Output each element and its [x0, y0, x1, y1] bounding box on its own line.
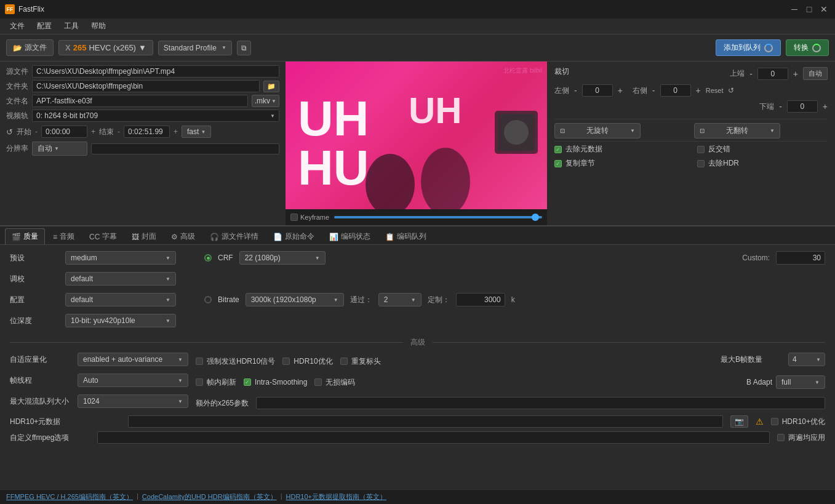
intra-smoothing-checkbox[interactable]: ✓: [244, 378, 251, 386]
max-b-frames-dropdown[interactable]: 4: [788, 353, 825, 366]
bitrate-dropdown[interactable]: 3000k (1920x1080p: [246, 293, 344, 306]
reset-button[interactable]: Reset: [706, 87, 724, 94]
b-adapt-dropdown[interactable]: full: [776, 375, 825, 389]
frame-threads-label: 帧线程: [10, 375, 71, 386]
spin-icon: [764, 44, 773, 52]
browse-folder-button[interactable]: 📁: [263, 81, 279, 92]
rotate-icon-small: ⊡: [560, 127, 565, 134]
copy-chapters-checkbox[interactable]: ✓: [554, 160, 562, 167]
app-icon: FF: [5, 4, 15, 14]
tab-cover-icon: 🖼: [132, 233, 139, 241]
bitrate-radio[interactable]: [204, 296, 212, 303]
hdr10-plus-opt-checkbox[interactable]: [771, 418, 778, 425]
frame-threads-dropdown[interactable]: Auto: [78, 374, 188, 387]
max-mux-row: 最大混流队列大小 1024: [10, 394, 188, 408]
profile-dropdown[interactable]: default: [65, 293, 176, 306]
track-dropdown[interactable]: 0: h264 8-bit bt709: [32, 110, 279, 122]
aq-dropdown[interactable]: enabled + auto-variance: [78, 353, 188, 366]
two-pass-checkbox[interactable]: [777, 434, 785, 441]
source-path-input[interactable]: C:\Users\XU\Desktop\ffmpeg\bin\APT.mp4: [32, 65, 279, 78]
lossless-checkbox[interactable]: [314, 378, 322, 386]
tab-raw-cmd[interactable]: 📄 原始命令: [266, 228, 321, 244]
custom-input[interactable]: 30: [776, 251, 825, 265]
left-plus[interactable]: +: [618, 86, 623, 95]
bit-depth-dropdown[interactable]: 10-bit: yuv420p10le: [65, 314, 176, 327]
hdr10-meta-input[interactable]: [128, 415, 723, 428]
tab-subtitle[interactable]: CC 字幕: [82, 228, 124, 244]
tab-encode-queue[interactable]: 📋 编码队列: [378, 228, 433, 244]
bottom-minus[interactable]: -: [779, 102, 782, 111]
tab-subtitle-label: 字幕: [102, 231, 117, 242]
tab-advanced-icon: ⚙: [171, 233, 178, 241]
keyframe-thumb[interactable]: [532, 214, 539, 221]
crf-dropdown[interactable]: 22 (1080p): [239, 251, 326, 265]
svg-text:HU: HU: [298, 140, 369, 195]
link-uhd[interactable]: CodeCalamity的UHD HDR编码指南（英文）: [142, 492, 277, 502]
extra-x265-input[interactable]: [256, 397, 825, 409]
left-input[interactable]: 0: [582, 84, 613, 97]
menu-file[interactable]: 文件: [5, 20, 30, 33]
remove-meta-checkbox[interactable]: ✓: [554, 146, 562, 153]
codec-dropdown[interactable]: X265 HEVC (x265) ▼: [58, 40, 153, 55]
convert-button[interactable]: 转换: [786, 39, 829, 56]
crf-radio[interactable]: [204, 254, 212, 262]
end-time-input[interactable]: 0:02:51.99: [124, 126, 170, 138]
menu-config[interactable]: 配置: [32, 20, 57, 33]
right-plus[interactable]: +: [696, 86, 701, 95]
close-button[interactable]: ✕: [818, 3, 830, 15]
resolution-dropdown[interactable]: 自动: [32, 142, 87, 156]
preset-dropdown[interactable]: medium: [65, 251, 176, 265]
max-mux-dropdown[interactable]: 1024: [78, 394, 188, 408]
link-ffmpeg[interactable]: FFMPEG HEVC / H.265编码指南（英文）: [6, 492, 133, 502]
custom2-input[interactable]: 3000: [456, 293, 505, 306]
ffmpeg-options-input[interactable]: [97, 431, 770, 444]
tab-encode-status[interactable]: 📊 编码状态: [322, 228, 377, 244]
maximize-button[interactable]: □: [803, 3, 815, 15]
hdr10-browse-button[interactable]: 📷: [730, 415, 748, 428]
top-input[interactable]: 0: [757, 68, 788, 80]
force-hdr10-checkbox[interactable]: [196, 358, 203, 365]
left-minus[interactable]: -: [574, 86, 577, 95]
rotate-dropdown[interactable]: ⊡ 无旋转: [554, 123, 641, 138]
keyframe-slider[interactable]: [334, 216, 542, 218]
tab-source-detail[interactable]: 🎧 源文件详情: [203, 228, 265, 244]
hdr10-opt-checkbox[interactable]: [282, 358, 290, 365]
repeat-header-checkbox[interactable]: [340, 358, 348, 365]
link-hdr10[interactable]: HDR10+元数据提取指南（英文）: [286, 492, 387, 502]
ext-dropdown[interactable]: .mkv: [252, 95, 279, 107]
bottom-input[interactable]: 0: [787, 100, 818, 113]
auto-button[interactable]: 自动: [803, 67, 828, 80]
add-queue-button[interactable]: 添加到队列: [716, 39, 781, 56]
start-time-input[interactable]: 0:00:00: [41, 126, 87, 138]
frame-refresh-checkbox[interactable]: [196, 378, 203, 386]
top-minus[interactable]: -: [749, 69, 753, 79]
svg-text:UH: UH: [298, 91, 369, 146]
folder-path-input[interactable]: C:\Users\XU\Desktop\ffmpeg\bin: [32, 80, 260, 92]
right-minus[interactable]: -: [652, 86, 655, 95]
aq-label: 自适应量化: [10, 354, 71, 365]
tune-dropdown[interactable]: default: [65, 272, 176, 286]
menu-help[interactable]: 帮助: [86, 20, 111, 33]
tab-quality[interactable]: 🎬 质量: [5, 228, 45, 244]
filename-input[interactable]: APT.-fastflix-e03f: [32, 95, 248, 107]
keyframe-checkbox-row[interactable]: Keyframe: [290, 214, 329, 221]
tab-audio[interactable]: ≡ 音频: [46, 228, 81, 244]
bottom-plus[interactable]: +: [823, 102, 828, 111]
keyframe-checkbox[interactable]: [290, 214, 298, 221]
speed-dropdown[interactable]: fast: [182, 126, 211, 138]
tab-cover[interactable]: 🖼 封面: [125, 228, 163, 244]
remove-hdr-checkbox[interactable]: [697, 160, 705, 167]
de-interlace-checkbox[interactable]: [697, 146, 705, 153]
profile-dropdown[interactable]: Standard Profile: [158, 41, 232, 55]
max-mux-value: 1024: [83, 397, 100, 406]
right-input[interactable]: 0: [660, 84, 691, 97]
source-file-button[interactable]: 📂 源文件: [6, 39, 54, 56]
copy-settings-button[interactable]: ⧉: [237, 41, 251, 55]
flip-dropdown[interactable]: ⊡ 无翻转: [694, 123, 780, 138]
settings-panel: 预设 medium CRF 22 (1080p) Custom: 30 调校 d…: [0, 245, 835, 489]
menu-tools[interactable]: 工具: [59, 20, 84, 33]
pass-dropdown[interactable]: 2: [378, 293, 421, 306]
top-plus[interactable]: +: [793, 69, 798, 79]
tab-advanced[interactable]: ⚙ 高级: [164, 228, 202, 244]
minimize-button[interactable]: ─: [788, 3, 801, 15]
